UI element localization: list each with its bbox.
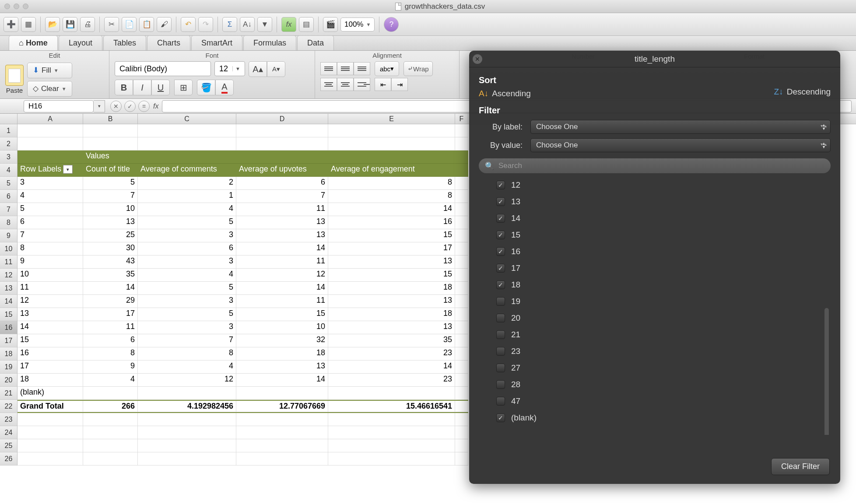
cell[interactable] <box>328 124 455 137</box>
cell[interactable]: 7 <box>236 190 328 203</box>
border-button[interactable]: ⊞ <box>174 80 193 95</box>
cell[interactable] <box>455 177 468 190</box>
undo-icon[interactable]: ↶ <box>181 17 196 32</box>
row-header[interactable]: 21 <box>0 387 18 400</box>
row-labels-filter-icon[interactable]: ▾ <box>63 165 73 174</box>
cell[interactable]: 32 <box>236 334 328 347</box>
filter-item[interactable]: 20 <box>496 310 831 326</box>
grow-font-button[interactable]: A▴ <box>249 61 267 77</box>
scrollbar-thumb[interactable] <box>824 308 829 435</box>
sort-ascending-button[interactable]: A↓ Ascending <box>479 89 531 98</box>
column-header[interactable]: D <box>236 114 328 124</box>
column-header[interactable]: F <box>455 114 468 124</box>
format-painter-icon[interactable]: 🖌 <box>157 17 172 32</box>
media-icon[interactable]: 🎬 <box>323 17 338 32</box>
cell[interactable]: 14 <box>236 374 328 387</box>
filter-item[interactable]: 47 <box>496 393 831 410</box>
cell[interactable] <box>18 150 83 164</box>
cell[interactable] <box>455 190 468 203</box>
autosum-icon[interactable]: Σ <box>222 17 237 32</box>
cell[interactable]: 13 <box>236 360 328 374</box>
cell[interactable] <box>455 387 468 400</box>
checkbox[interactable] <box>496 297 505 306</box>
cell[interactable] <box>455 426 468 439</box>
cell[interactable] <box>328 439 455 452</box>
cell[interactable]: 11 <box>83 321 138 334</box>
filter-item[interactable]: 21 <box>496 326 831 343</box>
column-header[interactable]: A <box>18 114 83 124</box>
align-middle-button[interactable] <box>337 62 354 75</box>
cell[interactable] <box>83 452 138 466</box>
cell[interactable] <box>236 387 328 400</box>
cell[interactable]: 5 <box>138 216 236 229</box>
cell[interactable]: 29 <box>83 295 138 308</box>
paste-icon[interactable]: 📋 <box>139 17 154 32</box>
cell[interactable]: 14 <box>328 360 455 374</box>
cell[interactable] <box>236 124 328 137</box>
checkbox[interactable] <box>496 364 505 372</box>
cell[interactable] <box>236 426 328 439</box>
cell[interactable]: 13 <box>328 321 455 334</box>
cell[interactable]: 13 <box>236 229 328 242</box>
row-header[interactable]: 13 <box>0 282 18 295</box>
row-header[interactable]: 5 <box>0 177 18 190</box>
cell[interactable]: 2 <box>138 177 236 190</box>
cell[interactable]: 7 <box>18 229 83 242</box>
filter-item[interactable]: 16 <box>496 243 831 260</box>
cell[interactable] <box>455 282 468 295</box>
cell[interactable] <box>455 308 468 321</box>
cell[interactable]: 14 <box>236 282 328 295</box>
checkbox[interactable] <box>496 197 505 206</box>
name-box[interactable]: H16 <box>24 100 94 112</box>
cell[interactable]: 14 <box>83 282 138 295</box>
cell[interactable]: 8 <box>83 347 138 360</box>
cell[interactable]: Values <box>83 150 455 164</box>
row-header[interactable]: 15 <box>0 308 18 321</box>
checkbox[interactable] <box>496 181 505 189</box>
show-formulas-icon[interactable]: ▤ <box>299 17 314 32</box>
cell[interactable] <box>455 203 468 216</box>
print-icon[interactable]: 🖨 <box>80 17 95 32</box>
filter-item[interactable]: 12 <box>496 177 831 193</box>
filter-icon[interactable]: ▼ <box>257 17 272 32</box>
copy-icon[interactable]: 📄 <box>122 17 137 32</box>
increase-indent-button[interactable]: ⇥ <box>391 78 408 91</box>
font-size-input[interactable] <box>215 62 232 76</box>
cell[interactable]: 15 <box>236 308 328 321</box>
cell[interactable]: 15 <box>328 269 455 282</box>
cell[interactable]: 25 <box>83 229 138 242</box>
cell[interactable]: 8 <box>328 190 455 203</box>
cell[interactable] <box>328 452 455 466</box>
cell[interactable] <box>455 347 468 360</box>
cell[interactable] <box>236 452 328 466</box>
filter-item[interactable]: 15 <box>496 227 831 243</box>
cell[interactable] <box>455 360 468 374</box>
cell[interactable]: 16 <box>18 347 83 360</box>
cell[interactable] <box>236 137 328 150</box>
cell[interactable]: 3 <box>18 177 83 190</box>
cell[interactable]: 10 <box>83 203 138 216</box>
cell[interactable] <box>455 256 468 269</box>
column-header[interactable]: C <box>138 114 236 124</box>
cell[interactable]: 5 <box>18 203 83 216</box>
cell[interactable]: 30 <box>83 242 138 256</box>
cell[interactable]: 4 <box>138 360 236 374</box>
cell[interactable] <box>83 439 138 452</box>
clear-filter-button[interactable]: Clear Filter <box>771 458 830 475</box>
cell[interactable] <box>328 387 455 400</box>
cell[interactable] <box>455 216 468 229</box>
cut-icon[interactable]: ✂ <box>104 17 119 32</box>
cell[interactable]: 8 <box>138 347 236 360</box>
cell[interactable] <box>455 401 468 412</box>
cell[interactable]: 11 <box>236 295 328 308</box>
cell[interactable]: 4 <box>83 374 138 387</box>
cell[interactable] <box>455 124 468 137</box>
filter-search-input[interactable]: 🔍 Search <box>479 158 831 173</box>
filter-item[interactable]: 27 <box>496 360 831 376</box>
row-header[interactable]: 3 <box>0 150 18 164</box>
cell[interactable]: 5 <box>83 177 138 190</box>
filter-value-list[interactable]: 1213141516171819202123272847(blank) <box>479 177 831 435</box>
row-header[interactable]: 9 <box>0 229 18 242</box>
tab-data[interactable]: Data <box>297 35 334 50</box>
cell[interactable] <box>83 387 138 400</box>
